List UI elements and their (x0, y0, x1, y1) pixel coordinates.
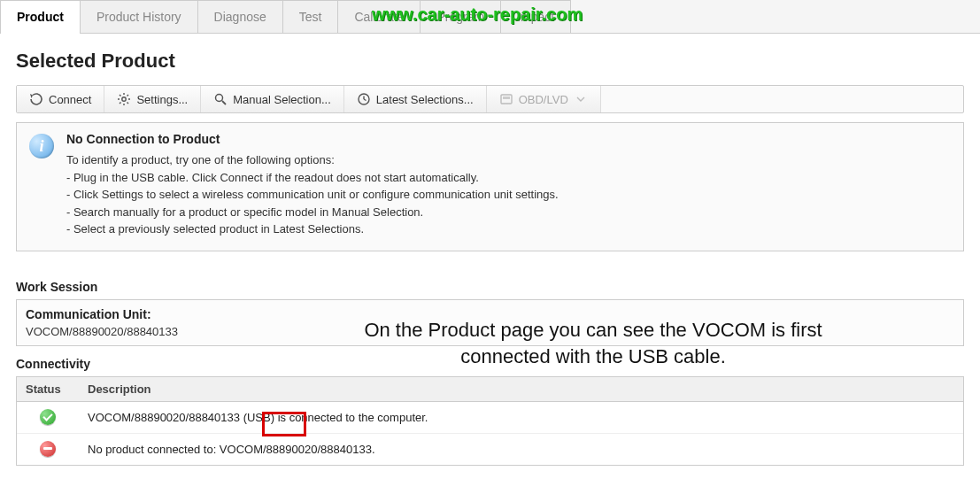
work-session-header: Work Session (16, 280, 980, 294)
watermark-overlay: www.car-auto-repair.com (372, 4, 583, 25)
obd-lvd-label: OBD/LVD (519, 93, 568, 106)
info-intro: To identify a product, try one of the fo… (66, 151, 559, 169)
clock-icon (357, 92, 371, 106)
connect-icon (29, 92, 43, 106)
status-cell (17, 405, 79, 429)
svg-point-9 (216, 95, 223, 102)
manual-selection-label: Manual Selection... (233, 93, 331, 106)
info-title: No Connection to Product (66, 132, 559, 146)
info-line: - Plug in the USB cable. Click Connect i… (66, 169, 559, 187)
svg-line-10 (222, 101, 226, 104)
chevron-down-icon (574, 92, 588, 106)
info-icon: i (29, 134, 54, 158)
settings-button[interactable]: Settings... (104, 86, 201, 112)
tab-test[interactable]: Test (283, 0, 339, 33)
connect-label: Connect (49, 93, 91, 106)
status-error-icon (40, 441, 56, 457)
connectivity-table: Status Description VOCOM/88890020/888401… (16, 376, 964, 466)
info-line: - Click Settings to select a wireless co… (66, 186, 559, 204)
tab-product[interactable]: Product (0, 0, 81, 33)
connect-button[interactable]: Connect (17, 86, 104, 112)
col-status-header: Status (17, 377, 79, 401)
table-row: VOCOM/88890020/88840133 (USB) is connect… (17, 402, 963, 434)
tab-diagnose[interactable]: Diagnose (198, 0, 283, 33)
svg-line-5 (120, 95, 121, 97)
page-title: Selected Product (16, 50, 964, 73)
latest-selections-label: Latest Selections... (376, 93, 474, 106)
svg-line-6 (127, 103, 129, 104)
info-body: To identify a product, try one of the fo… (66, 151, 559, 238)
svg-line-13 (364, 99, 367, 101)
description-cell: VOCOM/88890020/88840133 (USB) is connect… (79, 405, 963, 429)
svg-point-0 (122, 97, 126, 101)
search-icon (213, 92, 228, 106)
col-description-header: Description (79, 377, 963, 401)
obd-lvd-button[interactable]: OBD/LVD (487, 86, 601, 112)
toolbar: Connect Settings... Manual Selection... … (16, 85, 964, 113)
annotation-text: On the Product page you can see the VOCO… (363, 317, 823, 369)
settings-label: Settings... (136, 93, 188, 106)
svg-line-8 (127, 95, 129, 97)
tab-product-history[interactable]: Product History (81, 0, 198, 33)
info-line: - Select a previously selected product i… (66, 220, 559, 238)
manual-selection-button[interactable]: Manual Selection... (201, 86, 344, 112)
status-cell (17, 437, 79, 460)
svg-line-7 (120, 103, 121, 104)
obd-icon (499, 92, 513, 106)
table-row: No product connected to: VOCOM/88890020/… (17, 434, 963, 465)
svg-rect-15 (503, 97, 510, 99)
description-cell: No product connected to: VOCOM/88890020/… (79, 437, 963, 461)
info-panel: i No Connection to Product To identify a… (16, 122, 964, 251)
gear-icon (117, 92, 131, 106)
connectivity-table-header: Status Description (17, 377, 963, 402)
latest-selections-button[interactable]: Latest Selections... (344, 86, 487, 112)
info-line: - Search manually for a product or speci… (66, 204, 559, 221)
status-ok-icon (40, 409, 56, 425)
